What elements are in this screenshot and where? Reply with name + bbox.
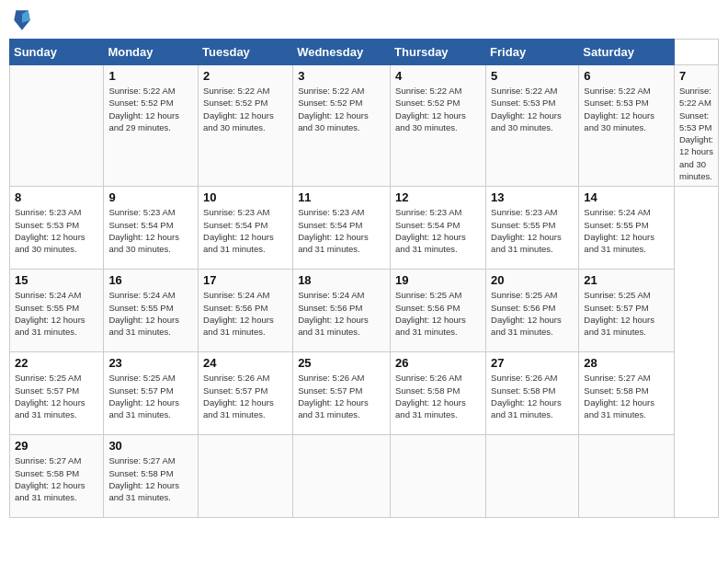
day-number: 5 — [491, 69, 574, 83]
day-number: 11 — [298, 190, 385, 204]
day-number: 19 — [395, 273, 481, 287]
day-info: Sunrise: 5:23 AMSunset: 5:54 PMDaylight:… — [203, 206, 288, 255]
calendar-cell: 1Sunrise: 5:22 AMSunset: 5:52 PMDaylight… — [104, 65, 199, 187]
day-info: Sunrise: 5:23 AMSunset: 5:54 PMDaylight:… — [108, 206, 193, 255]
calendar-cell: 9Sunrise: 5:23 AMSunset: 5:54 PMDaylight… — [104, 187, 199, 270]
calendar-cell: 22Sunrise: 5:25 AMSunset: 5:57 PMDayligh… — [10, 352, 104, 435]
day-number: 26 — [395, 356, 481, 370]
calendar-cell: 16Sunrise: 5:24 AMSunset: 5:55 PMDayligh… — [104, 270, 199, 352]
day-info: Sunrise: 5:24 AMSunset: 5:56 PMDaylight:… — [298, 289, 385, 338]
day-info: Sunrise: 5:25 AMSunset: 5:57 PMDaylight:… — [584, 289, 669, 338]
day-info: Sunrise: 5:22 AMSunset: 5:53 PMDaylight:… — [491, 85, 574, 133]
day-info: Sunrise: 5:26 AMSunset: 5:58 PMDaylight:… — [491, 372, 574, 420]
weekday-header-friday: Friday — [486, 40, 579, 65]
calendar-cell: 27Sunrise: 5:26 AMSunset: 5:58 PMDayligh… — [486, 352, 579, 435]
day-info: Sunrise: 5:24 AMSunset: 5:56 PMDaylight:… — [203, 289, 288, 338]
calendar-cell: 19Sunrise: 5:25 AMSunset: 5:56 PMDayligh… — [391, 270, 486, 352]
day-number: 1 — [108, 69, 193, 83]
day-info: Sunrise: 5:25 AMSunset: 5:57 PMDaylight:… — [108, 372, 193, 420]
day-number: 24 — [203, 356, 288, 370]
day-number: 29 — [15, 439, 98, 453]
week-row-4: 22Sunrise: 5:25 AMSunset: 5:57 PMDayligh… — [10, 352, 719, 435]
calendar-cell: 4Sunrise: 5:22 AMSunset: 5:52 PMDaylight… — [391, 65, 486, 187]
calendar-cell — [391, 435, 486, 518]
day-number: 2 — [203, 69, 288, 83]
day-info: Sunrise: 5:27 AMSunset: 5:58 PMDaylight:… — [15, 454, 98, 503]
day-info: Sunrise: 5:23 AMSunset: 5:54 PMDaylight:… — [395, 206, 481, 255]
day-info: Sunrise: 5:23 AMSunset: 5:55 PMDaylight:… — [491, 206, 574, 255]
day-info: Sunrise: 5:25 AMSunset: 5:57 PMDaylight:… — [15, 372, 98, 420]
calendar-cell: 12Sunrise: 5:23 AMSunset: 5:54 PMDayligh… — [391, 187, 486, 270]
day-number: 3 — [298, 69, 385, 83]
day-info: Sunrise: 5:26 AMSunset: 5:58 PMDaylight:… — [395, 372, 481, 420]
logo — [13, 9, 33, 31]
day-number: 12 — [395, 190, 481, 204]
calendar-table: SundayMondayTuesdayWednesdayThursdayFrid… — [9, 39, 719, 518]
calendar-cell: 23Sunrise: 5:25 AMSunset: 5:57 PMDayligh… — [104, 352, 199, 435]
calendar-cell: 25Sunrise: 5:26 AMSunset: 5:57 PMDayligh… — [293, 352, 391, 435]
day-info: Sunrise: 5:25 AMSunset: 5:56 PMDaylight:… — [395, 289, 481, 338]
day-info: Sunrise: 5:24 AMSunset: 5:55 PMDaylight:… — [15, 289, 98, 338]
day-info: Sunrise: 5:23 AMSunset: 5:54 PMDaylight:… — [298, 206, 385, 255]
header — [9, 9, 719, 31]
day-info: Sunrise: 5:22 AMSunset: 5:53 PMDaylight:… — [679, 85, 713, 182]
day-info: Sunrise: 5:27 AMSunset: 5:58 PMDaylight:… — [584, 372, 669, 420]
calendar-cell — [579, 435, 675, 518]
day-info: Sunrise: 5:26 AMSunset: 5:57 PMDaylight:… — [298, 372, 385, 420]
calendar-cell: 21Sunrise: 5:25 AMSunset: 5:57 PMDayligh… — [579, 270, 675, 352]
day-number: 22 — [15, 356, 98, 370]
day-number: 9 — [108, 190, 193, 204]
calendar-cell: 18Sunrise: 5:24 AMSunset: 5:56 PMDayligh… — [293, 270, 391, 352]
calendar-cell — [293, 435, 391, 518]
calendar-cell: 15Sunrise: 5:24 AMSunset: 5:55 PMDayligh… — [10, 270, 104, 352]
day-number: 23 — [108, 356, 193, 370]
day-number: 18 — [298, 273, 385, 287]
weekday-header-wednesday: Wednesday — [293, 40, 391, 65]
day-info: Sunrise: 5:22 AMSunset: 5:52 PMDaylight:… — [298, 85, 385, 133]
day-info: Sunrise: 5:22 AMSunset: 5:53 PMDaylight:… — [584, 85, 669, 133]
calendar-cell: 13Sunrise: 5:23 AMSunset: 5:55 PMDayligh… — [486, 187, 579, 270]
day-number: 6 — [584, 69, 669, 83]
calendar-cell: 8Sunrise: 5:23 AMSunset: 5:53 PMDaylight… — [10, 187, 104, 270]
calendar-cell: 2Sunrise: 5:22 AMSunset: 5:52 PMDaylight… — [199, 65, 293, 187]
day-number: 14 — [584, 190, 669, 204]
calendar-cell: 11Sunrise: 5:23 AMSunset: 5:54 PMDayligh… — [293, 187, 391, 270]
calendar-cell — [10, 65, 104, 187]
calendar-cell: 3Sunrise: 5:22 AMSunset: 5:52 PMDaylight… — [293, 65, 391, 187]
week-row-1: 1Sunrise: 5:22 AMSunset: 5:52 PMDaylight… — [10, 65, 719, 187]
day-number: 13 — [491, 190, 574, 204]
day-number: 10 — [203, 190, 288, 204]
day-number: 20 — [491, 273, 574, 287]
day-number: 8 — [15, 190, 98, 204]
calendar-cell: 29Sunrise: 5:27 AMSunset: 5:58 PMDayligh… — [10, 435, 104, 518]
day-info: Sunrise: 5:24 AMSunset: 5:55 PMDaylight:… — [584, 206, 669, 255]
calendar-cell: 10Sunrise: 5:23 AMSunset: 5:54 PMDayligh… — [199, 187, 293, 270]
day-info: Sunrise: 5:22 AMSunset: 5:52 PMDaylight:… — [203, 85, 288, 133]
day-number: 27 — [491, 356, 574, 370]
calendar-cell: 7Sunrise: 5:22 AMSunset: 5:53 PMDaylight… — [674, 65, 718, 187]
day-number: 7 — [679, 69, 713, 83]
weekday-header-saturday: Saturday — [579, 40, 675, 65]
calendar-cell: 20Sunrise: 5:25 AMSunset: 5:56 PMDayligh… — [486, 270, 579, 352]
day-info: Sunrise: 5:25 AMSunset: 5:56 PMDaylight:… — [491, 289, 574, 338]
day-info: Sunrise: 5:22 AMSunset: 5:52 PMDaylight:… — [395, 85, 481, 133]
day-number: 15 — [15, 273, 98, 287]
day-number: 21 — [584, 273, 669, 287]
day-number: 4 — [395, 69, 481, 83]
week-row-2: 8Sunrise: 5:23 AMSunset: 5:53 PMDaylight… — [10, 187, 719, 270]
weekday-header-monday: Monday — [104, 40, 199, 65]
weekday-header-tuesday: Tuesday — [199, 40, 293, 65]
day-info: Sunrise: 5:22 AMSunset: 5:52 PMDaylight:… — [108, 85, 193, 133]
calendar-cell: 24Sunrise: 5:26 AMSunset: 5:57 PMDayligh… — [199, 352, 293, 435]
day-info: Sunrise: 5:23 AMSunset: 5:53 PMDaylight:… — [15, 206, 98, 255]
day-number: 28 — [584, 356, 669, 370]
calendar-cell: 26Sunrise: 5:26 AMSunset: 5:58 PMDayligh… — [391, 352, 486, 435]
day-number: 17 — [203, 273, 288, 287]
calendar-cell — [199, 435, 293, 518]
calendar-cell: 17Sunrise: 5:24 AMSunset: 5:56 PMDayligh… — [199, 270, 293, 352]
calendar-cell: 5Sunrise: 5:22 AMSunset: 5:53 PMDaylight… — [486, 65, 579, 187]
day-number: 25 — [298, 356, 385, 370]
calendar-cell: 28Sunrise: 5:27 AMSunset: 5:58 PMDayligh… — [579, 352, 675, 435]
calendar-cell: 30Sunrise: 5:27 AMSunset: 5:58 PMDayligh… — [104, 435, 199, 518]
day-number: 30 — [108, 439, 193, 453]
